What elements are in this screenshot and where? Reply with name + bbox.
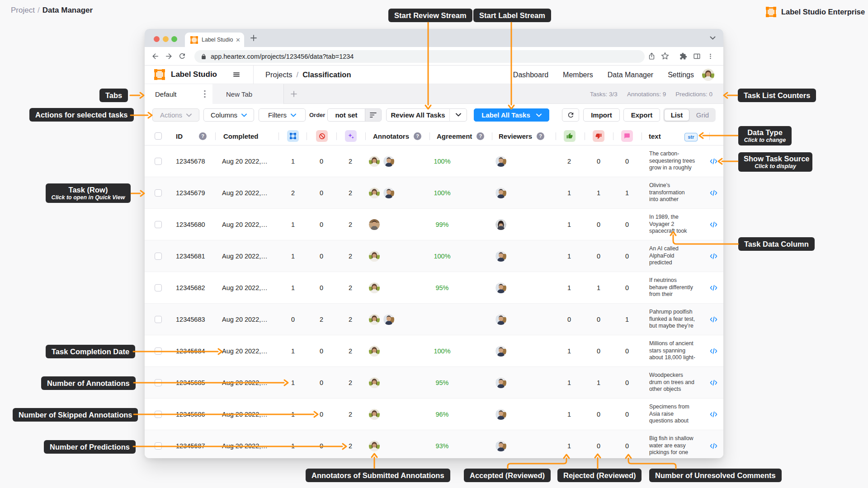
- nav-forward[interactable]: [162, 49, 175, 63]
- task-row-12345679[interactable]: 12345679 Aug 20 2022,… 2 0 2 100% 1 1 1 …: [145, 177, 723, 209]
- select-all[interactable]: [155, 132, 162, 140]
- row-checkbox[interactable]: [155, 253, 162, 260]
- menu[interactable]: [703, 49, 717, 63]
- task-counters: Tasks: 3/3Annotations: 9Predictions: 0: [590, 84, 712, 104]
- callout-completion-date: Task Completion Date: [46, 345, 135, 358]
- browser-tabstrip: Label Studio ✕: [145, 29, 723, 47]
- grid-view[interactable]: Grid: [689, 111, 716, 119]
- task-row-12345681[interactable]: 12345681 Aug 20 2022,… 1 0 2 100% 1 0 0 …: [145, 240, 723, 272]
- show-source[interactable]: [708, 272, 719, 303]
- task-row-12345684[interactable]: 12345684 Aug 20 2022,… 1 0 2 100% 1 0 0 …: [145, 335, 723, 367]
- row-checkbox[interactable]: [155, 347, 162, 355]
- filters-button[interactable]: Filters: [259, 108, 306, 122]
- callout-task-row: Task (Row)Click to open in Quick View: [46, 183, 131, 203]
- show-source[interactable]: [708, 304, 719, 335]
- import[interactable]: Import: [583, 108, 620, 122]
- share[interactable]: [645, 49, 658, 63]
- task-row-12345682[interactable]: 12345682 Aug 20 2022,… 1 0 2 95% 1 1 0 I…: [145, 272, 723, 304]
- callout-num-annotations: Number of Annotations: [41, 376, 136, 390]
- task-row-12345683[interactable]: 12345683 Aug 20 2022,… 0 2 2 0 0 1 Pahru…: [145, 304, 723, 335]
- add-tab[interactable]: [290, 90, 297, 98]
- callout-actions: Actions for selected tasks: [29, 108, 134, 122]
- task-row-12345685[interactable]: 12345685 Aug 20 2022,… 1 0 2 95% 1 1 0 W…: [145, 367, 723, 399]
- columns-button[interactable]: Columns: [203, 108, 254, 122]
- browser-urlbar: app.heartex.com/projects/123456/data?tab…: [145, 47, 723, 66]
- table-header: ID? Completed Annotators? Agreement? Rev…: [145, 127, 723, 145]
- row-checkbox[interactable]: [155, 442, 162, 450]
- label-all-tasks[interactable]: Label All Tasks: [474, 108, 549, 122]
- row-checkbox[interactable]: [155, 316, 162, 323]
- row-checkbox[interactable]: [155, 158, 162, 165]
- address-bar[interactable]: app.heartex.com/projects/123456/data?tab…: [194, 50, 645, 63]
- list-view[interactable]: List: [664, 109, 689, 121]
- browser-window: Label Studio ✕ app.heartex.com/projects/…: [145, 29, 723, 458]
- callout-task-data-column: Task Data Column: [738, 237, 815, 251]
- dm-tab-bar: Default New Tab Tasks: 3/3Annotations: 9…: [145, 84, 723, 104]
- order-button[interactable]: not set: [327, 108, 382, 122]
- review-all-tasks[interactable]: Review All Tasks: [386, 108, 467, 122]
- sidepanel[interactable]: [690, 49, 703, 63]
- task-row-12345680[interactable]: 12345680 Aug 20 2022,… 1 0 2 99% 1 0 0 I…: [145, 209, 723, 240]
- nav-back[interactable]: [148, 49, 162, 63]
- bookmark[interactable]: [658, 49, 672, 63]
- export[interactable]: Export: [623, 108, 660, 122]
- callout-num-predictions: Number of Predictions: [44, 440, 136, 454]
- row-checkbox[interactable]: [155, 379, 162, 386]
- nav-settings[interactable]: Settings: [668, 71, 694, 79]
- callout-label-stream: Start Label Stream: [473, 9, 551, 22]
- row-checkbox[interactable]: [155, 411, 162, 418]
- callout-data-type: Data TypeClick to change: [738, 126, 792, 145]
- actions-button[interactable]: Actions: [152, 108, 199, 122]
- nav-data-manager[interactable]: Data Manager: [608, 71, 653, 79]
- page-breadcrumb: Project/Data Manager: [11, 6, 93, 15]
- nav-members[interactable]: Members: [563, 71, 593, 79]
- view-toggle: List Grid: [663, 108, 716, 122]
- task-table: 12345678 Aug 20 2022,… 1 0 2 100% 2 0 0 …: [145, 145, 723, 458]
- callout-task-source: Show Task SourceClick to display: [738, 152, 812, 172]
- show-source[interactable]: [708, 399, 719, 430]
- task-row-12345687[interactable]: 12345687 Aug 20 2022,… 1 0 2 93% 1 0 0 B…: [145, 430, 723, 458]
- nav-dashboard[interactable]: Dashboard: [513, 71, 548, 79]
- enterprise-brand: Label Studio Enterprise: [766, 7, 865, 17]
- dm-toolbar: Actions Columns Filters Order not set Re…: [145, 104, 723, 127]
- task-row-12345686[interactable]: 12345686 Aug 20 2022,… 1 0 2 96% 1 0 0 S…: [145, 399, 723, 430]
- extensions[interactable]: [676, 49, 690, 63]
- label-studio-data-manager-docs: Project/Data Manager Label Studio Enterp…: [0, 0, 868, 488]
- show-source[interactable]: [708, 240, 719, 272]
- show-source[interactable]: [708, 430, 719, 458]
- tab-new[interactable]: New Tab: [212, 84, 284, 104]
- app-header: Label Studio Projects/Classification Das…: [145, 66, 723, 84]
- show-source[interactable]: [708, 335, 719, 366]
- callout-task-counters: Task List Counters: [738, 89, 816, 102]
- data-type[interactable]: str: [684, 133, 698, 141]
- row-checkbox[interactable]: [155, 284, 162, 291]
- callout-accepted: Accepted (Reviewed): [464, 469, 551, 482]
- callout-num-skipped: Number of Skipped Annotations: [13, 408, 138, 422]
- callout-annotators-submitted: Annotators of Submitted Annotations: [306, 469, 450, 482]
- callout-unresolved: Number of Unresolved Comments: [649, 469, 782, 482]
- main-menu[interactable]: [232, 70, 241, 80]
- show-source[interactable]: [708, 209, 719, 240]
- browser-tab[interactable]: Label Studio ✕: [185, 33, 244, 47]
- nav-reload[interactable]: [175, 49, 189, 63]
- show-source[interactable]: [708, 177, 719, 208]
- refresh[interactable]: [562, 108, 579, 122]
- task-row-12345678[interactable]: 12345678 Aug 20 2022,… 1 0 2 100% 2 0 0 …: [145, 145, 723, 177]
- tab-default[interactable]: Default: [145, 84, 212, 104]
- callout-review-stream: Start Review Stream: [388, 9, 472, 22]
- projects-link[interactable]: Projects: [265, 70, 292, 79]
- show-source[interactable]: [708, 145, 719, 177]
- callout-rejected: Rejected (Reviewed): [557, 469, 642, 482]
- row-checkbox[interactable]: [155, 189, 162, 197]
- show-source[interactable]: [708, 367, 719, 398]
- callout-tabs: Tabs: [99, 89, 128, 102]
- row-checkbox[interactable]: [155, 221, 162, 228]
